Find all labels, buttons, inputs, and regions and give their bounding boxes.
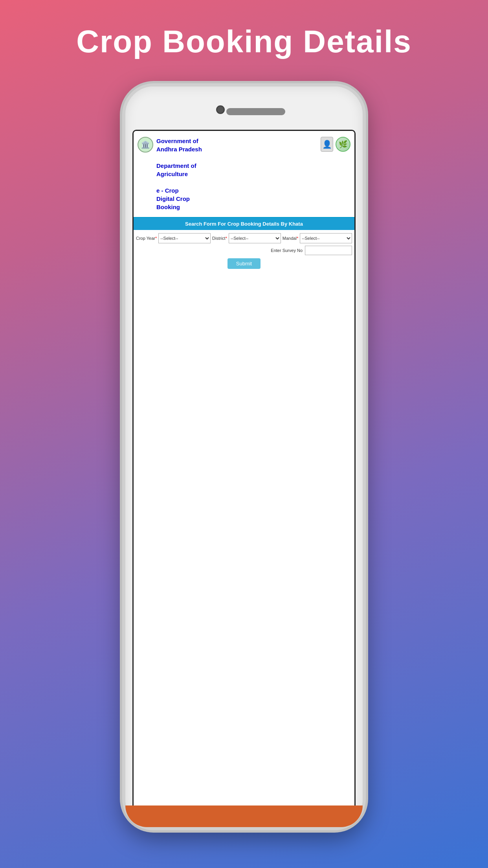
dept-line1: Department of — [156, 162, 317, 170]
form-selects-row: Crop Year* --Select-- District* --Select… — [136, 233, 352, 243]
survey-no-row: Enter Survey No — [136, 246, 352, 255]
blue-banner: Search Form For Crop Booking Details By … — [134, 218, 354, 230]
submit-button[interactable]: Submit — [227, 258, 261, 269]
district-label: District* — [212, 236, 227, 241]
crop-year-select[interactable]: --Select-- — [158, 233, 211, 243]
dept-line2: Agriculture — [156, 170, 317, 178]
ecrop-line1: e - Crop — [156, 186, 317, 195]
bottom-bar — [125, 805, 363, 827]
form-section: Crop Year* --Select-- District* --Select… — [134, 230, 354, 275]
crop-year-label: Crop Year* — [136, 236, 157, 241]
phone-mockup: 🏛️ Government of Andhra Pradesh Departme… — [122, 83, 366, 830]
mandal-label: Mandal* — [283, 236, 298, 241]
phone-speaker — [226, 108, 285, 115]
header-text-block: Government of Andhra Pradesh Department … — [156, 137, 317, 211]
phone-side-button-right — [366, 236, 368, 283]
web-header: 🏛️ Government of Andhra Pradesh Departme… — [134, 131, 354, 218]
gov-line2: Andhra Pradesh — [156, 145, 317, 153]
district-select[interactable]: --Select-- — [229, 233, 281, 243]
state-emblem-icon: 🌿 — [336, 137, 350, 152]
logo-emblem-left: 🏛️ — [138, 137, 153, 153]
ecrop-line2: Digital Crop — [156, 195, 317, 203]
phone-screen: 🏛️ Government of Andhra Pradesh Departme… — [132, 130, 356, 815]
page-title: Crop Booking Details — [76, 24, 411, 60]
phone-camera — [216, 105, 225, 114]
gov-line1: Government of — [156, 137, 317, 145]
header-icons-right: 👤 🌿 — [321, 137, 350, 152]
ecrop-line3: Booking — [156, 203, 317, 211]
person-photo-icon: 👤 — [321, 137, 333, 152]
phone-side-button-left — [120, 244, 122, 275]
mandal-select[interactable]: --Select-- — [300, 233, 352, 243]
content-area — [134, 275, 354, 511]
survey-label: Enter Survey No — [271, 248, 303, 253]
survey-input[interactable] — [305, 246, 352, 255]
submit-row: Submit — [136, 258, 352, 269]
